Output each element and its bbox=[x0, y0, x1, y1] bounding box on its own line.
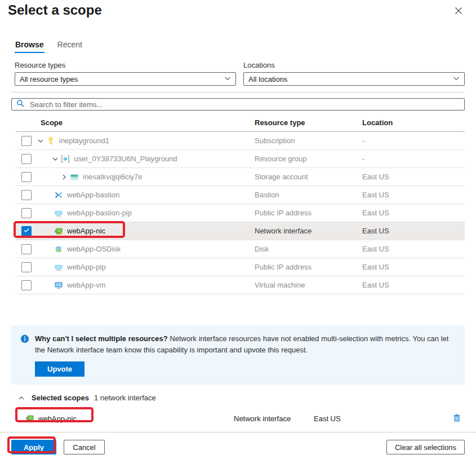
location-cell: East US bbox=[362, 245, 465, 253]
search-input[interactable] bbox=[29, 100, 460, 109]
public-ip-icon bbox=[54, 263, 63, 272]
tab-recent[interactable]: Recent bbox=[57, 40, 83, 53]
resource-type-cell: Storage account bbox=[255, 173, 362, 181]
resource-types-dropdown[interactable]: All resource types bbox=[15, 72, 236, 86]
resource-type-cell: Virtual machine bbox=[255, 281, 362, 289]
resource-type-cell: Network interface bbox=[255, 227, 362, 235]
checkbox[interactable] bbox=[21, 262, 32, 272]
locations-label: Locations bbox=[243, 61, 465, 69]
scope-table: Scope Resource type Location ineplaygrou… bbox=[16, 114, 465, 294]
resource-types-filter: Resource types All resource types bbox=[15, 61, 236, 86]
apply-button[interactable]: Apply bbox=[11, 440, 56, 454]
table-row-webapp-osdisk[interactable]: webApp-OSDisk Disk East US bbox=[16, 240, 465, 258]
chevron-down-icon[interactable] bbox=[51, 154, 60, 164]
scope-name: webApp-OSDisk bbox=[67, 245, 121, 253]
scope-name: ineplayground1 bbox=[59, 136, 109, 145]
checkmark-icon bbox=[23, 227, 30, 235]
search-icon bbox=[16, 99, 24, 109]
checkbox[interactable] bbox=[21, 172, 32, 182]
resource-type-cell: Public IP address bbox=[255, 209, 362, 217]
trash-icon bbox=[452, 413, 461, 424]
selected-scope-row: webApp-nic Network interface East US bbox=[14, 409, 465, 427]
close-icon bbox=[455, 8, 462, 16]
subscription-key-icon bbox=[46, 136, 55, 145]
info-icon bbox=[20, 334, 29, 377]
location-cell: - bbox=[362, 154, 465, 163]
table-row-webapp-bastion[interactable]: webApp-bastion Bastion East US bbox=[16, 186, 465, 204]
info-banner: Why can't I select multiple resources? N… bbox=[11, 325, 465, 385]
selected-scopes-count: 1 network interface bbox=[94, 394, 156, 402]
resource-group-icon bbox=[61, 154, 70, 164]
selected-scope-location: East US bbox=[314, 414, 452, 423]
resource-types-label: Resource types bbox=[15, 61, 236, 69]
upvote-button[interactable]: Upvote bbox=[35, 361, 84, 377]
checkbox[interactable] bbox=[21, 136, 32, 146]
table-row-webapp-bastion-pip[interactable]: webApp-bastion-pip Public IP address Eas… bbox=[16, 204, 465, 222]
resource-type-cell: Resource group bbox=[255, 154, 362, 163]
table-row-webapp-pip[interactable]: webApp-pip Public IP address East US bbox=[16, 258, 465, 276]
selected-scope-type: Network interface bbox=[234, 414, 314, 423]
column-header-scope: Scope bbox=[16, 118, 255, 127]
resource-type-cell: Subscription bbox=[255, 136, 362, 145]
location-cell: East US bbox=[362, 281, 465, 289]
chevron-down-icon[interactable] bbox=[36, 136, 45, 145]
location-cell: East US bbox=[362, 209, 465, 217]
chevron-right-icon[interactable] bbox=[60, 173, 69, 182]
info-title: Why can't I select multiple resources? bbox=[35, 334, 168, 343]
chevron-down-icon bbox=[224, 75, 231, 83]
resource-types-value: All resource types bbox=[20, 75, 78, 83]
delete-button[interactable] bbox=[452, 413, 461, 424]
resource-type-cell: Disk bbox=[255, 245, 362, 253]
info-text: Why can't I select multiple resources? N… bbox=[35, 333, 452, 377]
checkbox[interactable] bbox=[21, 154, 32, 164]
scope-name: webApp-nic bbox=[67, 227, 105, 235]
checkbox[interactable] bbox=[21, 280, 32, 290]
table-row-user-playground[interactable]: user_0Y38733U6N_Playground Resource grou… bbox=[16, 150, 465, 168]
public-ip-icon bbox=[54, 209, 63, 218]
location-cell: East US bbox=[362, 227, 465, 235]
location-cell: East US bbox=[362, 263, 465, 271]
checkbox-checked[interactable] bbox=[21, 226, 32, 236]
location-cell: East US bbox=[362, 173, 465, 181]
page-title: Select a scope bbox=[8, 2, 476, 18]
locations-filter: Locations All locations bbox=[243, 61, 465, 86]
bastion-icon bbox=[54, 191, 63, 200]
scope-name: webApp-bastion bbox=[67, 191, 119, 199]
disk-icon bbox=[54, 245, 63, 254]
table-row-inesatkvqjqi6ciy7e[interactable]: inesatkvqjqi6ciy7e Storage account East … bbox=[16, 168, 465, 186]
location-cell: - bbox=[362, 136, 465, 145]
search-box[interactable] bbox=[11, 98, 465, 111]
location-cell: East US bbox=[362, 191, 465, 199]
chevron-down-icon bbox=[453, 75, 460, 83]
footer-bar: Apply Cancel Clear all selections bbox=[11, 440, 465, 454]
checkbox[interactable] bbox=[21, 244, 32, 254]
clear-all-selections-button[interactable]: Clear all selections bbox=[386, 440, 465, 454]
resource-type-cell: Bastion bbox=[255, 191, 362, 199]
divider bbox=[11, 92, 465, 92]
tab-browse[interactable]: Browse bbox=[15, 40, 45, 53]
locations-dropdown[interactable]: All locations bbox=[243, 72, 465, 86]
column-header-resource-type: Resource type bbox=[255, 118, 362, 127]
table-row-webapp-vm[interactable]: webApp-vm Virtual machine East US bbox=[16, 276, 465, 294]
checkbox[interactable] bbox=[21, 190, 32, 200]
selected-scopes-header[interactable]: Selected scopes 1 network interface bbox=[18, 394, 476, 402]
chevron-up-icon[interactable] bbox=[18, 395, 25, 401]
checkbox[interactable] bbox=[21, 208, 32, 218]
filters-row: Resource types All resource types Locati… bbox=[15, 61, 465, 86]
scope-name: inesatkvqjqi6ciy7e bbox=[83, 173, 143, 181]
resource-type-cell: Public IP address bbox=[255, 263, 362, 271]
scope-name: user_0Y38733U6N_Playground bbox=[74, 154, 177, 163]
table-row-ineplayground1[interactable]: ineplayground1 Subscription - bbox=[16, 132, 465, 150]
table-row-webapp-nic[interactable]: webApp-nic Network interface East US bbox=[16, 222, 465, 240]
selected-scopes-label: Selected scopes bbox=[32, 394, 89, 402]
divider bbox=[0, 432, 476, 432]
locations-value: All locations bbox=[248, 75, 287, 83]
scope-name: webApp-bastion-pip bbox=[67, 209, 132, 217]
column-header-location: Location bbox=[362, 118, 465, 127]
close-button[interactable] bbox=[453, 6, 464, 17]
table-header: Scope Resource type Location bbox=[16, 114, 465, 132]
storage-account-icon bbox=[70, 173, 79, 182]
tab-bar: Browse Recent bbox=[15, 40, 476, 53]
cancel-button[interactable]: Cancel bbox=[64, 440, 105, 454]
selected-scope-name: webApp-nic bbox=[38, 414, 77, 423]
